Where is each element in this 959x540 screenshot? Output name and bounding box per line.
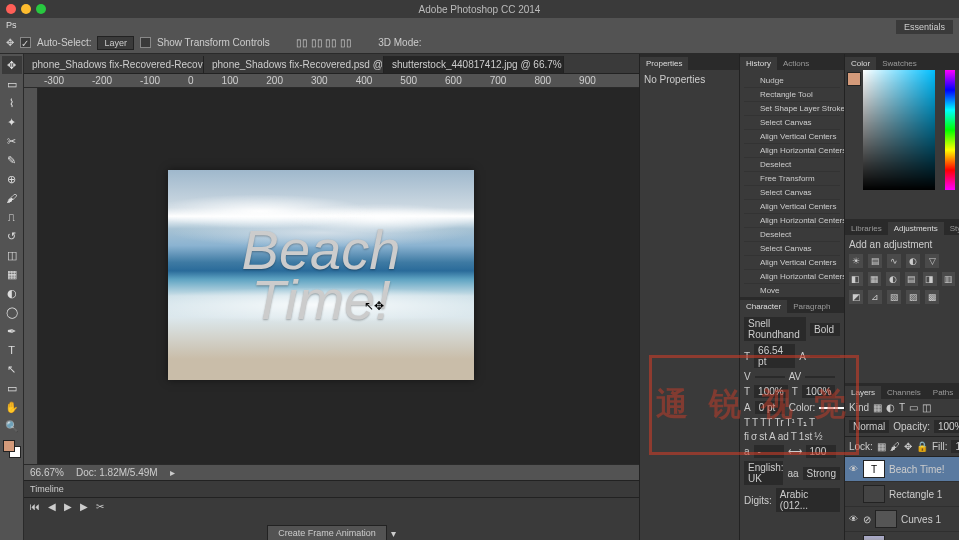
filter-pixel-icon[interactable]: ▦ bbox=[873, 402, 882, 413]
brightness-icon[interactable]: ☀ bbox=[849, 254, 863, 268]
lock-trans-icon[interactable]: ▦ bbox=[877, 441, 886, 452]
font-style-dropdown[interactable]: Bold bbox=[810, 323, 840, 336]
history-brush-tool[interactable]: ↺ bbox=[2, 227, 22, 245]
history-item[interactable]: Move bbox=[744, 284, 840, 297]
history-item[interactable]: Align Horizontal Centers bbox=[744, 270, 840, 284]
lock-pos-icon[interactable]: ✥ bbox=[904, 441, 912, 452]
layers-tab[interactable]: Layers bbox=[845, 386, 881, 399]
canvas[interactable]: Beach Time! bbox=[168, 170, 474, 380]
pen-tool[interactable]: ✒ bbox=[2, 322, 22, 340]
zoom-level[interactable]: 66.67% bbox=[30, 467, 64, 478]
lang-dropdown[interactable]: English: UK bbox=[744, 461, 783, 485]
heal-tool[interactable]: ⊕ bbox=[2, 170, 22, 188]
lasso-tool[interactable]: ⌇ bbox=[2, 94, 22, 112]
font-family-dropdown[interactable]: Snell Roundhand bbox=[744, 317, 806, 341]
levels-icon[interactable]: ▤ bbox=[868, 254, 882, 268]
history-item[interactable]: Rectangle Tool bbox=[744, 88, 840, 102]
dodge-tool[interactable]: ◯ bbox=[2, 303, 22, 321]
styles-tab[interactable]: Styles bbox=[944, 222, 959, 235]
status-arrow-icon[interactable]: ▸ bbox=[170, 467, 175, 478]
history-item[interactable]: Align Vertical Centers bbox=[744, 130, 840, 144]
history-item[interactable]: Align Horizontal Centers bbox=[744, 144, 840, 158]
foreground-swatch[interactable] bbox=[3, 440, 15, 452]
filter-adj-icon[interactable]: ◐ bbox=[886, 402, 895, 413]
stamp-tool[interactable]: ⎍ bbox=[2, 208, 22, 226]
lock-pixel-icon[interactable]: 🖌 bbox=[890, 441, 900, 452]
color-swatches[interactable] bbox=[3, 440, 21, 458]
app-menu-icon[interactable]: Ps bbox=[6, 20, 17, 30]
color-field[interactable] bbox=[863, 70, 935, 190]
layer-item-rect[interactable]: Rectangle 1 bbox=[845, 482, 959, 507]
marquee-tool[interactable]: ▭ bbox=[2, 75, 22, 93]
history-item[interactable]: Deselect bbox=[744, 228, 840, 242]
current-color-swatch[interactable] bbox=[847, 72, 861, 86]
hand-tool[interactable]: ✋ bbox=[2, 398, 22, 416]
filter-shape-icon[interactable]: ▭ bbox=[909, 402, 918, 413]
channels-tab[interactable]: Channels bbox=[881, 386, 927, 399]
shape-tool[interactable]: ▭ bbox=[2, 379, 22, 397]
baseline-field[interactable]: 0 pt bbox=[755, 401, 785, 414]
fill-field[interactable]: 100% bbox=[951, 440, 959, 453]
brush-tool[interactable]: 🖌 bbox=[2, 189, 22, 207]
blend-mode-dropdown[interactable]: Normal bbox=[849, 420, 889, 433]
history-item[interactable]: Align Horizontal Centers bbox=[744, 214, 840, 228]
minimize-window-icon[interactable] bbox=[21, 4, 31, 14]
paragraph-tab[interactable]: Paragraph bbox=[787, 300, 836, 313]
swatches-tab[interactable]: Swatches bbox=[876, 57, 923, 70]
v-scale-field[interactable]: 100% bbox=[754, 385, 788, 398]
history-item[interactable]: Deselect bbox=[744, 158, 840, 172]
history-list[interactable]: NudgeRectangle ToolSet Shape Layer Strok… bbox=[740, 70, 844, 297]
font-size-field[interactable]: 66.54 pt bbox=[754, 344, 795, 368]
history-item[interactable]: Select Canvas bbox=[744, 116, 840, 130]
adjustments-tab[interactable]: Adjustments bbox=[888, 222, 944, 235]
workspace-switcher[interactable]: Essentials bbox=[896, 20, 953, 34]
show-transform-checkbox[interactable] bbox=[140, 37, 151, 48]
bold-button[interactable]: T bbox=[744, 417, 750, 428]
zoom-window-icon[interactable] bbox=[36, 4, 46, 14]
leading-field[interactable] bbox=[810, 355, 840, 357]
tl-next-icon[interactable]: ▶ bbox=[80, 501, 88, 512]
layer-name[interactable]: Rectangle 1 bbox=[889, 489, 942, 500]
doc-tab-1[interactable]: phone_Shadows fix-Recovered-Recovered.ps… bbox=[24, 56, 204, 73]
curves-icon[interactable]: ∿ bbox=[887, 254, 901, 268]
lock-all-icon[interactable]: 🔒 bbox=[916, 441, 928, 452]
history-item[interactable]: Free Transform bbox=[744, 172, 840, 186]
align-icons[interactable]: ▯▯ ▯▯ ▯▯ ▯▯ bbox=[296, 37, 352, 48]
filter-type-icon[interactable]: T bbox=[899, 402, 905, 413]
properties-tab[interactable]: Properties bbox=[640, 57, 688, 70]
character-tab[interactable]: Character bbox=[740, 300, 787, 313]
auto-select-checkbox[interactable]: ✓ bbox=[20, 37, 31, 48]
wand-tool[interactable]: ✦ bbox=[2, 113, 22, 131]
anti-alias-dropdown[interactable]: Strong bbox=[803, 467, 840, 480]
hue-slider[interactable] bbox=[945, 70, 955, 190]
history-item[interactable]: Select Canvas bbox=[744, 242, 840, 256]
visibility-icon[interactable]: 👁 bbox=[849, 514, 859, 524]
tl-first-icon[interactable]: ⏮ bbox=[30, 501, 40, 512]
libraries-tab[interactable]: Libraries bbox=[845, 222, 888, 235]
history-item[interactable]: Align Vertical Centers bbox=[744, 200, 840, 214]
crop-tool[interactable]: ✂ bbox=[2, 132, 22, 150]
color-tab[interactable]: Color bbox=[845, 57, 876, 70]
visibility-icon[interactable]: 👁 bbox=[849, 464, 859, 474]
move-tool[interactable]: ✥ bbox=[2, 56, 22, 74]
gradient-tool[interactable]: ▦ bbox=[2, 265, 22, 283]
doc-tab-2[interactable]: phone_Shadows fix-Recovered.psd @ 8.33% … bbox=[204, 56, 384, 73]
blur-tool[interactable]: ◐ bbox=[2, 284, 22, 302]
exposure-icon[interactable]: ◐ bbox=[906, 254, 920, 268]
timeline-tab[interactable]: Timeline bbox=[24, 481, 639, 498]
layer-item-bg[interactable]: 👁 Layer 0 bbox=[845, 532, 959, 540]
history-item[interactable]: Set Shape Layer Stroke bbox=[744, 102, 840, 116]
eraser-tool[interactable]: ◫ bbox=[2, 246, 22, 264]
tl-prev-icon[interactable]: ◀ bbox=[48, 501, 56, 512]
digits-dropdown[interactable]: Arabic (012... bbox=[776, 488, 840, 512]
canvas-viewport[interactable]: Beach Time! ↖✥ bbox=[38, 88, 639, 464]
create-animation-button[interactable]: Create Frame Animation bbox=[267, 525, 387, 540]
history-tab[interactable]: History bbox=[740, 57, 777, 70]
layer-item-curves[interactable]: 👁 ⊘ Curves 1 bbox=[845, 507, 959, 532]
paths-tab[interactable]: Paths bbox=[927, 386, 959, 399]
layer-name[interactable]: Beach Time! bbox=[889, 464, 945, 475]
dropdown-icon[interactable]: ▾ bbox=[391, 528, 396, 539]
layer-item-text[interactable]: 👁 T Beach Time! bbox=[845, 457, 959, 482]
zoom-tool[interactable]: 🔍 bbox=[2, 417, 22, 435]
close-window-icon[interactable] bbox=[6, 4, 16, 14]
